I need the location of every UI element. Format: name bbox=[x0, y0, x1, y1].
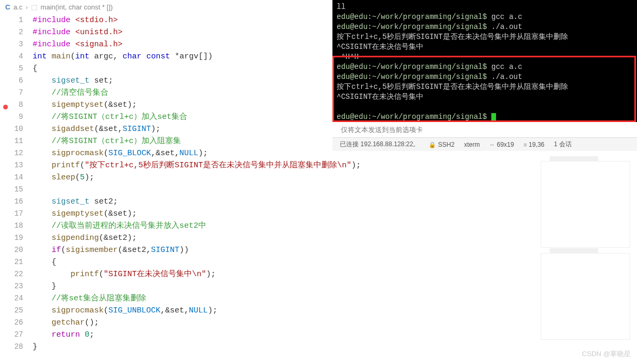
line-number[interactable]: 13 bbox=[0, 159, 23, 171]
line-number[interactable]: 21 bbox=[0, 256, 23, 268]
cursor-pos-icon: ≡ bbox=[523, 141, 527, 148]
terminal-panel[interactable]: lledu@edu:~/work/programming/signal$ gcc… bbox=[332, 0, 637, 122]
breadcrumb-symbol[interactable]: main(int, char const * []) bbox=[41, 3, 113, 11]
code-line[interactable]: sigset_t set; bbox=[33, 75, 361, 87]
resize-icon: ↔ bbox=[489, 141, 495, 148]
terminal-hint-text: 仅将文本发送到当前选项卡 bbox=[341, 125, 423, 135]
code-line[interactable]: //将SIGINT（ctrl+c）加入set集合 bbox=[33, 111, 361, 123]
status-protocol: SSH2 bbox=[438, 141, 454, 148]
line-number[interactable]: 26 bbox=[0, 317, 23, 329]
line-number[interactable]: 6 bbox=[0, 75, 23, 87]
line-number[interactable]: 20 bbox=[0, 244, 23, 256]
code-content[interactable]: #include <stdio.h>#include <unistd.h>#in… bbox=[33, 14, 361, 353]
code-line[interactable]: } bbox=[33, 280, 361, 292]
thumbnail-card[interactable] bbox=[541, 253, 630, 340]
line-number[interactable]: 7 bbox=[0, 87, 23, 99]
line-number[interactable]: 14 bbox=[0, 171, 23, 184]
terminal-status-bar: 已连接 192.168.88.128:22。 🔒 SSH2 xterm ↔ 69… bbox=[332, 137, 637, 151]
terminal-line: ^H^H bbox=[337, 52, 633, 62]
line-number[interactable]: 15 bbox=[0, 184, 23, 196]
line-number[interactable]: 19 bbox=[0, 232, 23, 244]
line-number[interactable]: 23 bbox=[0, 280, 23, 292]
chevron-right-icon: › bbox=[26, 3, 28, 11]
line-number[interactable]: 9 bbox=[0, 111, 23, 123]
terminal-cursor bbox=[491, 113, 496, 121]
code-line[interactable]: if(sigismember(&set2,SIGINT)) bbox=[33, 244, 361, 256]
status-size: 69x19 bbox=[497, 141, 514, 148]
line-number[interactable]: 16 bbox=[0, 196, 23, 208]
code-line[interactable]: sigprocmask(SIG_BLOCK,&set,NULL); bbox=[33, 147, 361, 159]
status-position: 19,36 bbox=[529, 141, 544, 148]
line-number[interactable]: 4 bbox=[0, 50, 23, 63]
code-line[interactable]: //清空信号集合 bbox=[33, 87, 361, 99]
terminal-line: edu@edu:~/work/programming/signal$ ./a.o… bbox=[337, 22, 633, 32]
status-connection: 已连接 192.168.88.128:22。 bbox=[340, 140, 419, 149]
terminal-line: ^CSIGINT在未决信号集中 bbox=[337, 92, 633, 102]
code-line[interactable]: } bbox=[33, 341, 361, 353]
line-number-gutter[interactable]: 1234567891011121314151617181920212223242… bbox=[0, 14, 33, 353]
line-number[interactable]: 5 bbox=[0, 63, 23, 75]
code-line[interactable]: sigpending(&set2); bbox=[33, 232, 361, 244]
line-number[interactable]: 12 bbox=[0, 147, 23, 159]
line-number[interactable]: 25 bbox=[0, 305, 23, 317]
terminal-line: edu@edu:~/work/programming/signal$ gcc a… bbox=[337, 62, 633, 72]
line-number[interactable]: 3 bbox=[0, 38, 23, 50]
code-line[interactable]: { bbox=[33, 256, 361, 268]
line-number[interactable]: 22 bbox=[0, 268, 23, 280]
code-line[interactable]: printf("按下ctrl+c,5秒后判断SIGINT是否在未决信号集中并从阻… bbox=[33, 159, 361, 171]
thumbnail-card[interactable] bbox=[541, 161, 630, 248]
code-line[interactable] bbox=[33, 184, 361, 196]
code-line[interactable]: sigprocmask(SIG_UNBLOCK,&set,NULL); bbox=[33, 305, 361, 317]
breakpoint-icon[interactable] bbox=[3, 105, 8, 109]
c-file-icon: C bbox=[5, 3, 10, 11]
line-number[interactable]: 1 bbox=[0, 14, 23, 26]
status-term-type: xterm bbox=[464, 141, 480, 148]
line-number[interactable]: 10 bbox=[0, 123, 23, 135]
terminal-line: 按下ctrl+c,5秒后判断SIGINT是否在未决信号集中并从阻塞集中删除 bbox=[337, 32, 633, 42]
terminal-line: edu@edu:~/work/programming/signal$ ./a.o… bbox=[337, 72, 633, 82]
thumbnail-sidebar bbox=[534, 156, 637, 364]
code-line[interactable]: //将set集合从阻塞集删除 bbox=[33, 292, 361, 305]
symbol-icon: ⬚ bbox=[31, 3, 37, 11]
code-line[interactable]: sleep(5); bbox=[33, 171, 361, 184]
terminal-line bbox=[337, 102, 633, 112]
line-number[interactable]: 18 bbox=[0, 220, 23, 232]
code-line[interactable]: { bbox=[33, 63, 361, 75]
code-line[interactable]: sigset_t set2; bbox=[33, 196, 361, 208]
code-line[interactable]: //将SIGINT（ctrl+c）加入阻塞集 bbox=[33, 135, 361, 147]
line-number[interactable]: 28 bbox=[0, 341, 23, 353]
code-line[interactable]: sigemptyset(&set); bbox=[33, 99, 361, 111]
line-number[interactable]: 24 bbox=[0, 292, 23, 305]
code-line[interactable]: #include <stdio.h> bbox=[33, 14, 361, 26]
code-line[interactable]: printf("SIGINT在未决信号集中\n"); bbox=[33, 268, 361, 280]
code-line[interactable]: int main(int argc, char const *argv[]) bbox=[33, 50, 361, 63]
line-number[interactable]: 11 bbox=[0, 135, 23, 147]
code-line[interactable]: #include <unistd.h> bbox=[33, 26, 361, 38]
line-number[interactable]: 2 bbox=[0, 26, 23, 38]
code-line[interactable]: getchar(); bbox=[33, 317, 361, 329]
terminal-line: edu@edu:~/work/programming/signal$ bbox=[337, 112, 633, 122]
lock-icon: 🔒 bbox=[429, 141, 436, 148]
terminal-line: 按下ctrl+c,5秒后判断SIGINT是否在未决信号集中并从阻塞集中删除 bbox=[337, 82, 633, 92]
status-sessions: 1 会话 bbox=[554, 140, 572, 149]
line-number[interactable]: 27 bbox=[0, 329, 23, 341]
terminal-line: ^CSIGINT在未决信号集中 bbox=[337, 42, 633, 52]
code-line[interactable]: sigaddset(&set,SIGINT); bbox=[33, 123, 361, 135]
code-line[interactable]: //读取当前进程的未决信号集并放入set2中 bbox=[33, 220, 361, 232]
code-line[interactable]: #include <signal.h> bbox=[33, 38, 361, 50]
terminal-line: edu@edu:~/work/programming/signal$ gcc a… bbox=[337, 12, 633, 22]
line-number[interactable]: 17 bbox=[0, 208, 23, 220]
terminal-line: ll bbox=[337, 2, 633, 12]
code-line[interactable]: sigemptyset(&set); bbox=[33, 208, 361, 220]
watermark-text: CSDN @寒晓星 bbox=[582, 349, 631, 359]
code-line[interactable]: return 0; bbox=[33, 329, 361, 341]
breadcrumb-file[interactable]: a.c bbox=[13, 3, 22, 11]
